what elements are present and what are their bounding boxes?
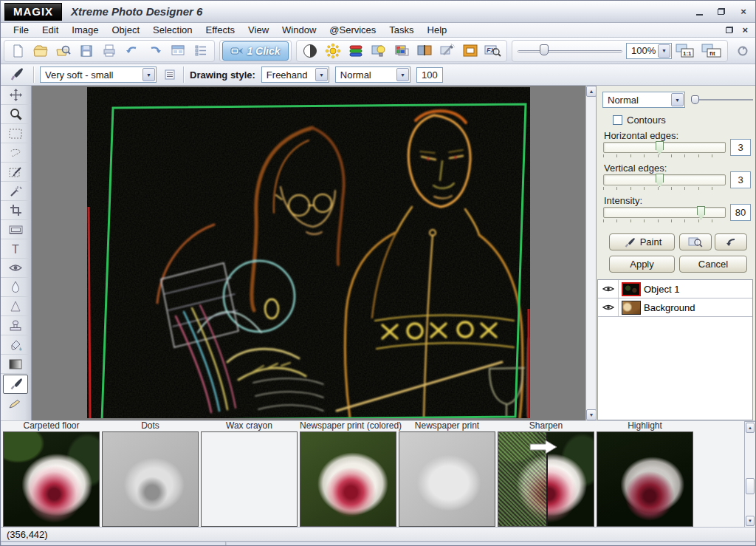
preset-newspaper[interactable]: Newspaper print xyxy=(399,421,495,527)
menu-file[interactable]: File xyxy=(7,23,35,37)
paint-button[interactable]: Paint xyxy=(609,233,675,250)
layer-name[interactable]: Object 1 xyxy=(644,284,679,295)
contrast-button[interactable] xyxy=(299,41,321,61)
selection-brush-tool[interactable] xyxy=(1,163,30,182)
layer-visibility-toggle[interactable] xyxy=(598,298,619,316)
gradient-tool[interactable] xyxy=(1,355,30,374)
chevron-down-icon[interactable]: ▼ xyxy=(671,93,684,106)
strip-scroll-up-icon[interactable]: ▲ xyxy=(746,423,755,433)
opacity-slider-thumb[interactable] xyxy=(691,95,699,104)
canvas-size-tool[interactable] xyxy=(1,220,30,239)
restore-button[interactable] xyxy=(715,6,727,18)
cancel-button[interactable]: Cancel xyxy=(679,256,747,273)
compare-images-button[interactable] xyxy=(413,41,436,61)
redo-button[interactable] xyxy=(144,41,166,61)
brush-tip-icon[interactable] xyxy=(5,65,27,84)
layer-row-object1[interactable]: Object 1 xyxy=(598,280,752,298)
strip-vertical-scrollbar[interactable]: ▲ ▼ xyxy=(744,421,756,528)
menu-help[interactable]: Help xyxy=(421,23,454,37)
vertical-edges-value[interactable]: 3 xyxy=(730,171,751,188)
layer-thumbnail[interactable] xyxy=(622,282,641,296)
fill-tool[interactable] xyxy=(1,335,30,355)
mdi-close-button[interactable]: × xyxy=(742,24,748,35)
menu-image[interactable]: Image xyxy=(65,23,105,37)
browse-images-button[interactable] xyxy=(52,41,75,61)
zoom-slider-thumb[interactable] xyxy=(540,44,549,55)
chevron-down-icon[interactable]: ▼ xyxy=(396,68,409,81)
zoom-percent-combo[interactable]: 100% ▼ xyxy=(626,43,672,59)
chevron-down-icon[interactable]: ▼ xyxy=(658,44,670,58)
crop-tool[interactable] xyxy=(1,201,30,220)
zoom-slider[interactable] xyxy=(515,41,625,61)
contours-checkbox[interactable] xyxy=(613,115,622,125)
zoom-tool[interactable] xyxy=(1,105,30,124)
menu-selection[interactable]: Selection xyxy=(146,23,199,37)
minimize-button[interactable] xyxy=(693,6,705,18)
one-click-button[interactable]: 1 Click xyxy=(222,41,289,61)
save-button[interactable] xyxy=(75,41,97,61)
intensity-value[interactable]: 80 xyxy=(730,204,751,221)
undo-button[interactable] xyxy=(121,41,143,61)
image-window-button[interactable] xyxy=(167,41,189,61)
vertical-edges-thumb[interactable] xyxy=(656,174,664,187)
edited-image[interactable] xyxy=(87,87,530,418)
horizontal-edges-slider[interactable] xyxy=(603,142,726,153)
preset-sharpen[interactable]: Sharpen xyxy=(498,421,594,527)
lasso-select-tool[interactable] xyxy=(1,143,30,163)
paintbrush-tool[interactable] xyxy=(3,375,28,394)
retouch-button[interactable] xyxy=(436,41,458,61)
print-button[interactable] xyxy=(98,41,120,61)
new-document-button[interactable] xyxy=(7,41,29,61)
color-levels-button[interactable] xyxy=(345,41,367,61)
preset-dots[interactable]: Dots xyxy=(102,421,199,527)
preset-thumbnail[interactable] xyxy=(300,431,396,527)
magic-wand-tool[interactable] xyxy=(1,182,30,201)
layer-blend-mode-combo[interactable]: Normal ▼ xyxy=(602,92,685,108)
menu-edit[interactable]: Edit xyxy=(35,23,65,37)
brightness-button[interactable] xyxy=(322,41,344,61)
preset-thumbnail[interactable] xyxy=(498,431,594,527)
close-button[interactable]: × xyxy=(738,6,749,18)
preset-thumbnail[interactable] xyxy=(102,431,199,527)
sharpen-tool[interactable] xyxy=(1,297,30,316)
strip-scroll-thumb[interactable] xyxy=(746,478,755,494)
apply-button[interactable]: Apply xyxy=(609,256,675,273)
canvas-viewport[interactable]: ▲ ▼ xyxy=(32,86,596,420)
text-tool[interactable]: T xyxy=(1,239,30,259)
preset-thumbnail[interactable] xyxy=(399,431,495,527)
scroll-up-icon[interactable]: ▲ xyxy=(586,86,596,97)
menu-object[interactable]: Object xyxy=(106,23,147,37)
rectangle-select-tool[interactable] xyxy=(1,124,30,143)
zoom-fit-button[interactable]: fit xyxy=(698,41,725,61)
frame-button[interactable] xyxy=(459,41,481,61)
reset-button[interactable] xyxy=(715,233,747,250)
layer-thumbnail[interactable] xyxy=(622,301,641,315)
opacity-field[interactable]: 100 xyxy=(416,67,443,83)
menu-effects[interactable]: Effects xyxy=(199,23,242,37)
red-eye-tool[interactable] xyxy=(1,259,30,278)
drawing-style-combo[interactable]: Freehand ▼ xyxy=(261,66,329,83)
color-palette-button[interactable] xyxy=(391,41,413,61)
preset-wax-crayon[interactable]: Wax crayon xyxy=(201,421,298,527)
list-view-button[interactable] xyxy=(190,41,212,61)
canvas-vertical-scrollbar[interactable]: ▲ ▼ xyxy=(585,86,596,420)
preset-thumbnail[interactable] xyxy=(3,431,100,527)
open-file-button[interactable] xyxy=(30,41,52,61)
chevron-down-icon[interactable]: ▼ xyxy=(315,68,328,81)
preset-thumbnail[interactable] xyxy=(597,431,693,527)
preview-button[interactable] xyxy=(679,233,712,250)
intensity-slider[interactable] xyxy=(603,207,726,218)
brush-list-button[interactable] xyxy=(162,65,177,84)
zoom-one-to-one-button[interactable]: 1:1 xyxy=(673,41,698,61)
layer-row-background[interactable]: Background xyxy=(598,298,752,317)
layer-name[interactable]: Background xyxy=(644,302,695,313)
menu-tasks[interactable]: Tasks xyxy=(382,23,420,37)
strip-scroll-down-icon[interactable]: ▼ xyxy=(746,516,755,526)
menu-window[interactable]: Window xyxy=(275,23,323,37)
menu-view[interactable]: View xyxy=(241,23,275,37)
horizontal-edges-thumb[interactable] xyxy=(656,141,664,154)
effects-browser-button[interactable]: FX xyxy=(482,41,504,61)
auto-exposure-button[interactable] xyxy=(368,41,390,61)
pencil-tool[interactable] xyxy=(1,395,30,414)
mdi-restore-button[interactable] xyxy=(726,27,733,33)
